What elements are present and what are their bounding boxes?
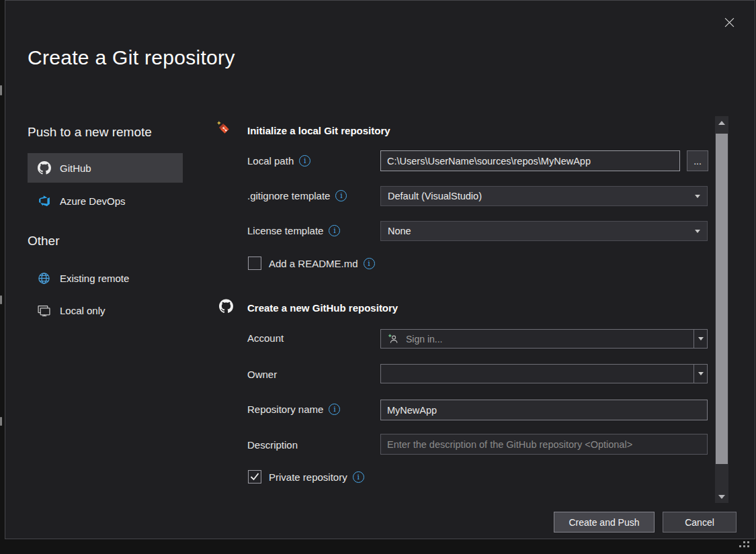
- account-dropdown-button[interactable]: [694, 330, 707, 348]
- chevron-up-icon: [718, 121, 725, 125]
- owner-dropdown-button[interactable]: [694, 365, 707, 383]
- create-git-repository-dialog: Create a Git repository Push to a new re…: [5, 0, 755, 539]
- local-path-label: Local path: [247, 155, 294, 167]
- sidebar-item-existing-remote[interactable]: Existing remote: [28, 264, 183, 292]
- gitignore-template-label: .gitignore template: [247, 190, 330, 201]
- background-artifact: [0, 295, 2, 304]
- sidebar-item-azure-devops[interactable]: Azure DevOps: [28, 186, 183, 216]
- local-path-input[interactable]: [380, 150, 680, 171]
- background-artifact: [0, 417, 2, 426]
- license-label-row: License template: [247, 225, 340, 236]
- computer-icon: [37, 305, 51, 316]
- check-icon: [249, 473, 261, 481]
- cancel-button[interactable]: Cancel: [663, 512, 737, 533]
- browse-button[interactable]: ...: [687, 150, 708, 171]
- chevron-down-icon: [695, 195, 700, 198]
- repository-name-label-row: Repository name: [247, 404, 340, 415]
- info-icon[interactable]: [329, 225, 340, 236]
- other-heading: Other: [28, 234, 60, 248]
- license-template-label: License template: [247, 225, 323, 236]
- chevron-down-icon: [695, 230, 700, 233]
- git-repository-icon: [216, 119, 230, 137]
- description-input[interactable]: [380, 434, 708, 455]
- azure-devops-icon: [37, 195, 51, 207]
- init-section-heading: Initialize a local Git repository: [247, 125, 390, 136]
- license-template-dropdown[interactable]: None: [380, 221, 708, 241]
- close-button[interactable]: [720, 13, 739, 32]
- info-icon[interactable]: [335, 190, 347, 201]
- private-repository-label: Private repository: [269, 471, 347, 483]
- gitignore-label-row: .gitignore template: [247, 190, 347, 201]
- github-icon: [37, 161, 51, 175]
- description-label: Description: [247, 439, 298, 451]
- info-icon[interactable]: [364, 258, 375, 269]
- private-repository-label-row: Private repository: [269, 471, 364, 483]
- gitignore-template-dropdown[interactable]: Default (VisualStudio): [380, 186, 708, 206]
- github-icon: [219, 299, 233, 314]
- description-label-row: Description: [247, 439, 298, 451]
- owner-label-row: Owner: [247, 369, 277, 380]
- account-label: Account: [247, 332, 284, 344]
- owner-label: Owner: [247, 369, 277, 380]
- scrollbar[interactable]: [715, 116, 728, 503]
- sidebar-item-label: Existing remote: [60, 273, 129, 284]
- add-readme-label-row: Add a README.md: [269, 258, 375, 269]
- license-template-value: None: [388, 226, 411, 236]
- chevron-down-icon: [698, 372, 704, 375]
- sidebar-item-label: Local only: [60, 305, 106, 316]
- account-value: Sign in...: [406, 334, 442, 344]
- github-section-heading: Create a new GitHub repository: [247, 302, 398, 314]
- repository-name-input[interactable]: [380, 400, 708, 420]
- sidebar-item-local-only[interactable]: Local only: [28, 296, 183, 324]
- sidebar-item-github[interactable]: GitHub: [28, 153, 183, 183]
- chevron-down-icon: [698, 337, 704, 340]
- sidebar-item-label: GitHub: [60, 163, 91, 174]
- gitignore-template-value: Default (VisualStudio): [388, 191, 482, 201]
- scrollbar-thumb[interactable]: [716, 134, 728, 464]
- chevron-down-icon: [718, 495, 725, 499]
- repository-name-label: Repository name: [247, 404, 323, 415]
- push-remote-heading: Push to a new remote: [28, 125, 152, 140]
- info-icon[interactable]: [353, 471, 364, 483]
- globe-icon: [37, 272, 51, 285]
- account-label-row: Account: [247, 332, 284, 344]
- info-icon[interactable]: [299, 155, 310, 167]
- add-readme-checkbox[interactable]: [248, 257, 261, 270]
- create-and-push-button[interactable]: Create and Push: [554, 512, 655, 533]
- background-artifact: [0, 85, 2, 95]
- close-icon: [722, 17, 737, 28]
- add-readme-label: Add a README.md: [269, 258, 358, 269]
- dialog-title: Create a Git repository: [28, 46, 235, 69]
- scroll-down-button[interactable]: [715, 491, 728, 502]
- private-repository-checkbox[interactable]: [248, 470, 261, 483]
- info-icon[interactable]: [329, 404, 340, 415]
- scroll-up-button[interactable]: [715, 117, 728, 128]
- sidebar-item-label: Azure DevOps: [60, 195, 126, 207]
- sign-in-person-icon: [386, 334, 401, 344]
- owner-combo[interactable]: [380, 364, 708, 383]
- local-path-label-row: Local path: [247, 155, 310, 167]
- account-combo[interactable]: Sign in...: [380, 329, 708, 349]
